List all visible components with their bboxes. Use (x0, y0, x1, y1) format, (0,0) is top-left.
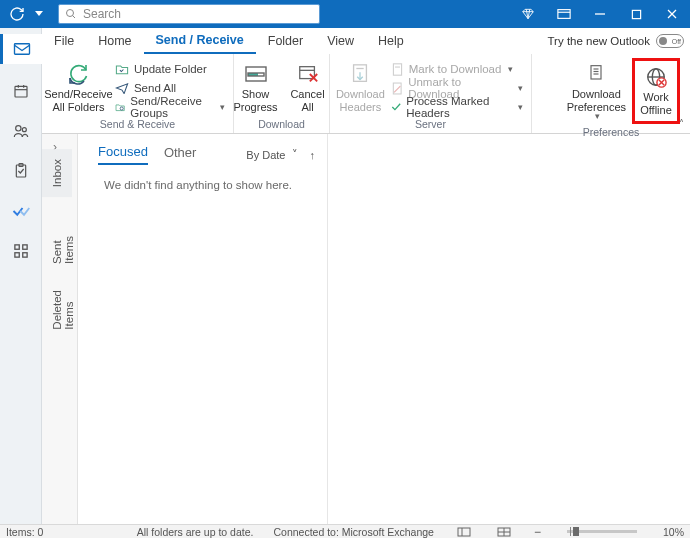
search-input[interactable]: Search (58, 4, 320, 24)
status-folders: All folders are up to date. (137, 526, 254, 538)
window-mode-icon[interactable] (546, 0, 582, 28)
download-headers-button: Download Headers (336, 58, 385, 116)
zoom-out-button[interactable]: − (534, 525, 541, 539)
menu-bar: File Home Send / Receive Folder View Hel… (42, 28, 690, 54)
folder-nav-panel: › Inbox Sent Items Deleted Items (42, 134, 78, 524)
title-bar: Search (0, 0, 690, 28)
cancel-all-button[interactable]: Cancel All (284, 58, 332, 116)
status-connection: Connected to: Microsoft Exchange (273, 526, 434, 538)
tab-view[interactable]: View (315, 28, 366, 54)
svg-rect-18 (22, 245, 26, 249)
tab-file[interactable]: File (42, 28, 86, 54)
download-preferences-button[interactable]: Download Preferences▾ (563, 58, 630, 124)
svg-rect-19 (14, 253, 18, 257)
tab-folder[interactable]: Folder (256, 28, 315, 54)
qa-dropdown-icon[interactable] (32, 3, 46, 25)
svg-point-0 (67, 10, 74, 17)
toggle-off-icon[interactable]: Off (656, 34, 684, 48)
folder-deleted-items[interactable]: Deleted Items (42, 280, 84, 340)
sort-direction-icon[interactable]: ↑ (310, 149, 316, 161)
search-placeholder: Search (83, 7, 121, 21)
svg-rect-46 (458, 528, 470, 536)
svg-rect-8 (15, 44, 30, 55)
svg-point-13 (15, 126, 20, 131)
svg-rect-9 (15, 86, 27, 97)
work-offline-button[interactable]: Work Offline (632, 58, 680, 124)
show-progress-button[interactable]: Show Progress (232, 58, 280, 116)
svg-point-21 (120, 106, 123, 109)
ribbon-collapse-icon[interactable]: ˄ (679, 118, 684, 129)
zoom-level-label: 10% (663, 526, 684, 538)
svg-rect-17 (14, 245, 18, 249)
message-list-panel: Focused Other By Date ˅ ↑ We didn't find… (78, 134, 328, 524)
minimize-button[interactable] (582, 0, 618, 28)
folder-sent-items[interactable]: Sent Items (42, 209, 84, 274)
send-receive-groups-button[interactable]: Send/Receive Groups▾ (113, 98, 227, 116)
sort-dropdown[interactable]: By Date ˅ ↑ (246, 148, 315, 161)
chevron-down-icon: ˅ (292, 148, 298, 161)
svg-rect-5 (632, 10, 640, 18)
svg-line-1 (73, 16, 76, 19)
calendar-rail-icon[interactable] (7, 78, 35, 104)
group-label: Server (336, 116, 525, 133)
svg-line-35 (394, 86, 400, 92)
try-new-outlook-toggle[interactable]: Try the new Outlook Off (548, 34, 684, 48)
status-item-count: Items: 0 (6, 526, 43, 538)
tab-home[interactable]: Home (86, 28, 143, 54)
svg-rect-36 (591, 66, 601, 79)
svg-rect-20 (22, 253, 26, 257)
other-tab[interactable]: Other (164, 145, 197, 164)
left-rail (0, 28, 42, 524)
tasks-rail-icon[interactable] (7, 158, 35, 184)
svg-rect-32 (393, 63, 401, 74)
sync-icon[interactable] (6, 3, 28, 25)
focused-tab[interactable]: Focused (98, 144, 148, 165)
todo-rail-icon[interactable] (7, 198, 35, 224)
people-rail-icon[interactable] (7, 118, 35, 144)
view-normal-icon[interactable] (454, 526, 474, 538)
process-marked-headers-button[interactable]: Process Marked Headers▾ (389, 98, 525, 116)
view-reading-icon[interactable] (494, 526, 514, 538)
mail-rail-icon[interactable] (0, 34, 42, 64)
premium-icon[interactable] (510, 0, 546, 28)
status-bar: Items: 0 All folders are up to date. Con… (0, 524, 690, 538)
update-folder-button[interactable]: Update Folder (113, 60, 227, 78)
zoom-slider[interactable] (567, 530, 637, 533)
content-area: › Inbox Sent Items Deleted Items Focused… (42, 134, 690, 524)
send-receive-all-button[interactable]: Send/Receive All Folders (48, 58, 109, 116)
empty-state-label: We didn't find anything to show here. (104, 179, 315, 191)
svg-rect-2 (558, 10, 570, 19)
svg-point-14 (22, 128, 26, 132)
ribbon: Send/Receive All Folders Update Folder S… (42, 54, 690, 134)
group-label: Download (240, 116, 323, 133)
reading-pane (328, 134, 690, 524)
tab-send-receive[interactable]: Send / Receive (144, 28, 256, 54)
close-button[interactable] (654, 0, 690, 28)
tab-help[interactable]: Help (366, 28, 416, 54)
more-apps-rail-icon[interactable] (7, 238, 35, 264)
group-label: Send & Receive (48, 116, 227, 133)
maximize-button[interactable] (618, 0, 654, 28)
folder-inbox[interactable]: Inbox (42, 149, 72, 197)
